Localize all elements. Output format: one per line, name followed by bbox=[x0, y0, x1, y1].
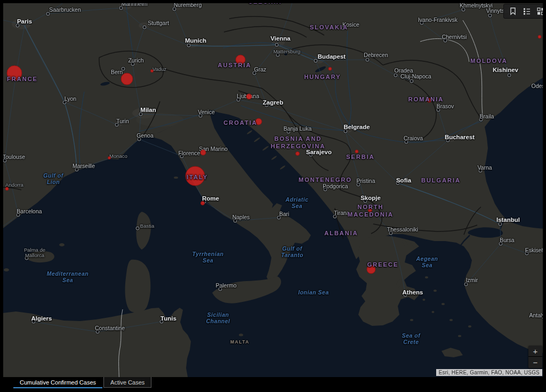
frame-top bbox=[0, 0, 546, 3]
frame-right bbox=[543, 0, 546, 392]
zoom-in-button[interactable]: + bbox=[528, 346, 542, 357]
legend-list-icon bbox=[523, 7, 531, 15]
basemap-graphics bbox=[0, 0, 546, 392]
bottom-tab-bar: Cumulative Confirmed CasesActive Cases bbox=[0, 377, 546, 392]
tab-active-cases[interactable]: Active Cases bbox=[103, 377, 151, 388]
map-toolbar bbox=[503, 4, 546, 19]
bookmark-button[interactable] bbox=[508, 6, 518, 17]
map-canvas[interactable]: ParisSaarbruckenMannheimNurembergStuttga… bbox=[0, 0, 546, 392]
zoom-control: + − bbox=[528, 346, 542, 368]
frame-left bbox=[0, 0, 3, 392]
legend-button[interactable] bbox=[521, 6, 532, 17]
map-attribution: Esri, HERE, Garmin, FAO, NOAA, USGS bbox=[436, 369, 542, 376]
zoom-out-button[interactable]: − bbox=[528, 357, 542, 368]
tab-cumulative-confirmed-cases[interactable]: Cumulative Confirmed Cases bbox=[13, 377, 102, 388]
bookmark-icon bbox=[509, 7, 517, 15]
tab-strip: Cumulative Confirmed CasesActive Cases bbox=[13, 377, 152, 388]
covid-map-dashboard: ParisSaarbruckenMannheimNurembergStuttga… bbox=[0, 0, 546, 392]
